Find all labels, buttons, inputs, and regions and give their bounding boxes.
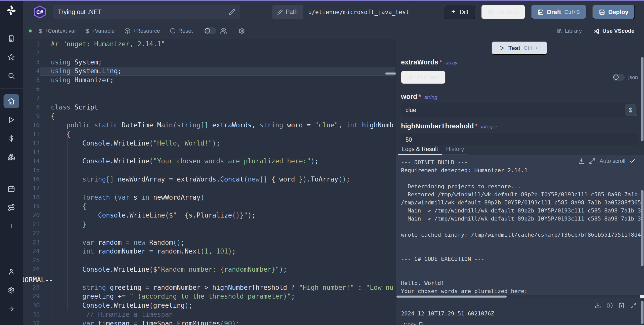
test-button[interactable]: Test Ctrl+↵ [492, 41, 547, 55]
deploy-button[interactable]: Deploy [592, 5, 635, 19]
add-variable-button[interactable]: $ +Variable [86, 27, 115, 34]
code-line[interactable]: 13 [23, 148, 395, 157]
resize-grip[interactable] [634, 114, 637, 117]
add-resource-button[interactable]: +Resource [124, 28, 160, 34]
word-input[interactable] [401, 103, 638, 117]
sidebar-item-variables[interactable] [4, 131, 19, 146]
log-line: wrote cached binary: /tmp/windmill/cache… [401, 231, 644, 239]
edit-title-pencil-icon[interactable] [229, 9, 235, 15]
reset-button[interactable]: Reset [170, 28, 193, 34]
logs-scrollbar-thumb[interactable] [641, 190, 643, 266]
copy-result-button[interactable]: Copy [404, 321, 424, 325]
log-line [401, 263, 644, 271]
code-line[interactable]: 5using Humanizer; [23, 76, 395, 85]
sidebar-item-routes[interactable] [4, 200, 19, 214]
code-line[interactable]: 30 Console.WriteLine(greeting); [23, 301, 395, 310]
add-item-button[interactable]: Add item [401, 71, 446, 84]
code-line[interactable]: 27 [23, 274, 395, 283]
sidebar-item-favorites[interactable] [4, 50, 19, 64]
result-scrollbar-thumb[interactable] [641, 301, 643, 324]
code-line[interactable]: 18 foreach (var s in newWordArray) [23, 193, 395, 202]
scrollbar-thumb[interactable] [396, 296, 507, 298]
code-line[interactable]: 21 } [23, 220, 395, 229]
sidebar-item-add[interactable] [4, 219, 19, 233]
sidebar-item-search[interactable] [4, 69, 19, 83]
clipboard-icon[interactable] [618, 302, 625, 309]
expand-logs-icon[interactable] [589, 158, 595, 164]
script-settings-gear-button[interactable] [238, 28, 245, 34]
tab-history[interactable]: History [442, 145, 468, 155]
code-line[interactable]: 22 [23, 229, 395, 238]
reset-icon [170, 28, 176, 34]
code-line[interactable]: 12 Console.WriteLine("Hello, World!"); [23, 139, 395, 148]
line-number: 8 [23, 103, 40, 112]
download-logs-icon[interactable] [578, 158, 585, 164]
sidebar-item-resources[interactable] [4, 150, 19, 164]
code-line[interactable]: 25 [23, 256, 395, 265]
code-line[interactable]: 15 [23, 166, 395, 175]
scrollbar-corner [640, 295, 644, 298]
code-line[interactable]: 28 string greeting = randomNumber > high… [23, 283, 395, 292]
sidebar-item-runs[interactable] [4, 113, 19, 127]
code-line[interactable]: 6 [23, 85, 395, 94]
log-line: Hello, World! [401, 279, 644, 287]
library-button[interactable]: Library [556, 28, 582, 34]
draft-button[interactable]: Draft Ctrl+S [531, 5, 586, 19]
code-line[interactable]: 16 string[] newWordArray = extraWords.Co… [23, 175, 395, 184]
tab-logs-result[interactable]: Logs & Result [398, 145, 442, 155]
code-line[interactable]: 20 Console.WriteLine($" {s.Pluralize()}"… [23, 211, 395, 220]
check-icon[interactable] [629, 158, 635, 164]
diff-icon [450, 9, 456, 15]
sidebar-item-settings[interactable] [4, 283, 19, 297]
sidebar-item-collapse[interactable] [4, 302, 19, 316]
code-line[interactable]: 14 Console.WriteLine("Your chosen words … [23, 157, 395, 166]
code-line[interactable]: 2 [23, 49, 395, 58]
code-line[interactable]: 11 { [23, 130, 395, 139]
code-line[interactable]: 26 Console.WriteLine($"Random number: {r… [23, 265, 395, 274]
logs-horizontal-scrollbar[interactable] [396, 295, 644, 298]
line-number: 26 [23, 265, 40, 274]
sidebar-item-home[interactable] [4, 94, 19, 108]
path-label-segment[interactable]: Path [272, 5, 303, 19]
use-vscode-button[interactable]: Use VScode [593, 28, 634, 34]
script-title-field[interactable]: Trying out .NET [53, 5, 240, 19]
code-line[interactable]: 29 greeting += " (according to the thres… [23, 292, 395, 301]
test-args-form: Test Ctrl+↵ extraWords* array Add item j… [395, 39, 644, 145]
log-line: Your chosen words are pluralized here: [401, 287, 644, 295]
add-context-var-button[interactable]: $ +Context var [39, 27, 76, 34]
code-line[interactable]: 7 [23, 94, 395, 103]
code-line[interactable]: 17 [23, 184, 395, 193]
code-line[interactable]: 1#r "nuget: Humanizer, 2.14.1" [23, 40, 395, 49]
download-result-icon[interactable] [595, 302, 601, 309]
json-toggle[interactable] [613, 74, 625, 81]
left-sidebar [0, 1, 23, 325]
settings-button[interactable]: Settings [481, 5, 525, 19]
code-line[interactable]: 10 public static DateTime Main(string[] … [23, 121, 395, 130]
sidebar-item-account[interactable] [4, 265, 19, 279]
code-line[interactable]: 23 var random = new Random(); [23, 238, 395, 247]
logs-output[interactable]: --- DOTNET BUILD ---Requirement detected… [396, 155, 644, 295]
play-icon [8, 116, 15, 124]
code-editor[interactable]: 1#r "nuget: Humanizer, 2.14.1"23using Sy… [23, 39, 395, 325]
info-icon[interactable] [607, 302, 613, 309]
sidebar-item-schedules[interactable] [4, 182, 19, 196]
code-line[interactable]: 31 // Humanize a timespan [23, 310, 395, 319]
threshold-input[interactable] [401, 132, 638, 145]
form-scrollbar-thumb[interactable] [641, 57, 643, 141]
code-line[interactable]: 24 int randomNumber = random.Next(1, 101… [23, 247, 395, 256]
log-line [401, 239, 644, 247]
windmill-logo-icon[interactable] [6, 4, 17, 16]
code-line[interactable]: 32 var timespan = TimeSpan.FromMinutes(9… [23, 319, 395, 325]
code-line[interactable]: 9{ [23, 112, 395, 121]
code-line[interactable]: 8class Script [23, 103, 395, 112]
expand-result-icon[interactable] [630, 302, 636, 309]
code-line[interactable]: 3using System; [23, 58, 395, 67]
line-number: 2 [23, 49, 40, 58]
panel-splitter-handle[interactable] [385, 73, 396, 75]
code-line[interactable]: 4using System.Linq; [23, 67, 395, 76]
sidebar-item-workspace[interactable] [4, 31, 19, 46]
kind-toggle[interactable] [204, 27, 216, 34]
path-field[interactable]: Path u/etienne/microsoft_java_test [272, 5, 415, 19]
diff-button[interactable]: Diff [444, 5, 475, 19]
code-line[interactable]: 19 { [23, 202, 395, 211]
